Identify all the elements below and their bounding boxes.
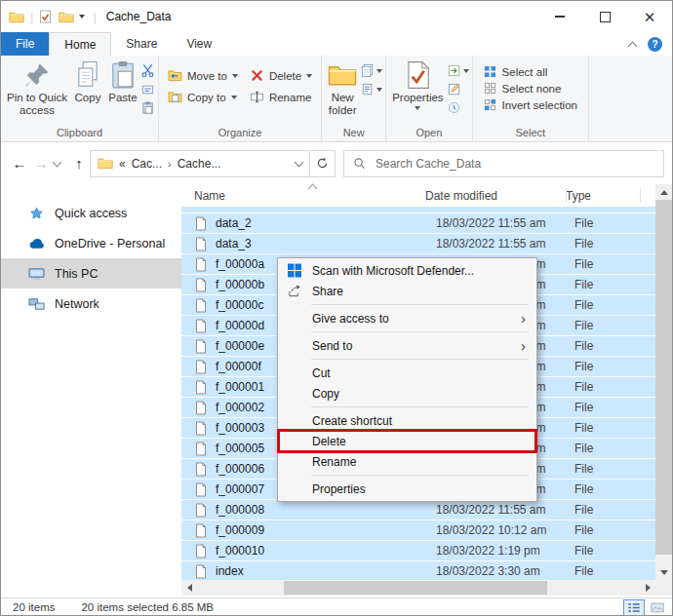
file-name: f_000009 [216,523,436,537]
menu-item-label: Send to [312,339,352,353]
refresh-button[interactable] [310,150,336,177]
minimize-button[interactable] [537,1,582,32]
horizontal-scroll-thumb[interactable] [284,581,547,595]
menu-item-label: Share [312,285,343,298]
breadcrumb-crumb[interactable]: Cache... [178,157,221,171]
sidebar-item-quick-access[interactable]: Quick access [1,198,181,228]
maximize-button[interactable] [582,1,627,32]
copy-path-icon[interactable] [140,82,155,96]
thumbnails-view-button[interactable] [647,599,668,616]
paste-shortcut-icon[interactable] [140,100,155,115]
sidebar-item-onedrive-personal[interactable]: OneDrive - Personal [1,228,181,258]
tab-view[interactable]: View [172,32,226,56]
sidebar-item-this-pc[interactable]: This PC [1,258,181,289]
forward-button[interactable]: → [30,155,52,172]
file-type: File [574,523,593,537]
up-button[interactable]: ↑ [68,155,90,172]
copy-to-button[interactable]: Copy to [168,91,238,103]
horizontal-scrollbar[interactable] [181,580,655,596]
address-box[interactable]: « Cac... › Cache... [90,150,310,177]
column-divider[interactable] [640,188,641,203]
properties-button[interactable]: Properties [389,58,446,127]
menu-item-cut[interactable]: Cut [278,363,536,383]
table-row[interactable]: index18/03/2022 3:30 amFile [181,561,655,582]
table-row[interactable]: f_00000918/03/2022 10:12 amFile [181,520,655,541]
scroll-left-arrow[interactable] [181,580,198,596]
table-row[interactable]: data_318/03/2022 11:55 amFile [181,234,655,254]
status-bar: 20 items 20 items selected 6.85 MB [1,597,672,616]
menu-item-create-shortcut[interactable]: Create shortcut [278,410,536,431]
menu-item-rename[interactable]: Rename [278,451,536,472]
tab-file[interactable]: File [1,32,49,56]
select-all-button[interactable]: Select all [484,65,577,78]
help-icon[interactable]: ? [648,37,662,52]
menu-item-delete[interactable]: Delete [278,431,536,451]
file-page-icon [195,339,207,354]
details-view-button[interactable] [623,599,645,616]
new-folder-button[interactable]: New folder [325,58,360,127]
menu-item-give-access-to[interactable]: Give access to› [278,308,536,328]
file-page-icon [195,216,207,231]
file-page-icon [195,360,207,374]
copy-button[interactable]: Copy [70,58,105,127]
tab-home[interactable]: Home [49,32,111,56]
rename-button[interactable]: Rename [250,91,312,103]
new-folder-quick-icon[interactable] [59,11,74,23]
table-row[interactable]: f_00001018/03/2022 1:19 pmFile [181,541,655,561]
menu-item-share[interactable]: Share [278,281,536,301]
easy-access-icon[interactable] [360,82,375,96]
table-row[interactable]: f_00000818/03/2022 11:55 amFile [181,500,655,520]
vertical-scrollbar[interactable] [655,184,672,580]
menu-item-copy[interactable]: Copy [278,383,536,404]
edit-icon[interactable] [447,82,461,96]
file-type: File [574,442,593,455]
new-item-icon[interactable] [360,63,375,78]
column-divider[interactable] [425,188,426,203]
history-icon[interactable] [447,100,461,115]
defender-icon [287,263,302,278]
paste-button[interactable]: Paste [105,58,140,127]
menu-item-send-to[interactable]: Send to› [278,335,536,356]
vertical-scroll-thumb[interactable] [655,200,672,555]
file-date-modified: 18/03/2022 11:55 am [436,237,574,250]
partially-visible-row[interactable] [181,207,655,213]
scroll-down-arrow[interactable] [655,564,672,580]
search-box[interactable] [343,150,664,177]
back-button[interactable]: ← [9,155,30,172]
invert-selection-button[interactable]: Invert selection [484,98,577,111]
scroll-right-arrow[interactable] [646,584,651,592]
delete-button[interactable]: Delete [250,69,312,82]
tab-share[interactable]: Share [111,32,172,56]
select-group-label: Select [473,127,588,141]
properties-quick-icon[interactable] [39,10,52,23]
address-dropdown-icon[interactable] [295,157,304,167]
recent-locations-icon[interactable] [53,157,62,167]
collapse-ribbon-icon[interactable] [628,41,638,51]
quick-access-toolbar-caret-icon[interactable] [79,15,85,19]
column-divider[interactable] [566,188,567,203]
pin-to-quick-access-button[interactable]: Pin to Quick access [4,58,70,127]
select-none-button[interactable]: Select none [484,82,577,95]
breadcrumb-overflow[interactable]: « [119,157,126,171]
search-input[interactable] [374,156,654,172]
pin-label-1: Pin to Quick [7,92,67,104]
table-row[interactable]: data_218/03/2022 11:55 amFile [181,213,655,234]
close-button[interactable]: ✕ [627,1,672,32]
sidebar-item-network[interactable]: Network [1,289,181,319]
menu-item-properties[interactable]: Properties [278,479,536,499]
scroll-up-arrow[interactable] [655,184,672,200]
file-type: File [574,339,593,353]
cut-icon[interactable] [140,63,155,78]
open-icon[interactable] [447,63,461,78]
menu-item-scan-with-microsoft-defender[interactable]: Scan with Microsoft Defender... [278,260,536,281]
search-icon [353,157,366,170]
properties-label: Properties [392,92,443,104]
ribbon-group-clipboard: Pin to Quick access Copy Paste Clipboar [1,56,159,141]
breadcrumb-crumb[interactable]: Cac... [132,157,162,171]
new-folder-label-2: folder [329,104,357,117]
column-header-type[interactable]: Type [566,189,655,203]
move-to-button[interactable]: Move to [168,69,238,82]
address-folder-icon [98,157,113,170]
column-header-name[interactable]: Name [181,189,425,203]
column-header-date-modified[interactable]: Date modified [425,189,566,203]
